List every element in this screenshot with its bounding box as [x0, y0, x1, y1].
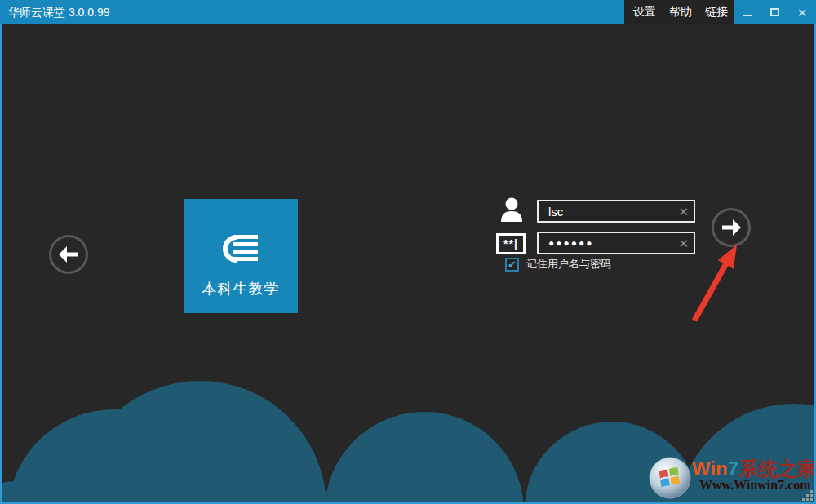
user-icon: [499, 197, 525, 222]
menu-item-settings[interactable]: 设置: [633, 5, 656, 20]
resize-grip[interactable]: [800, 489, 814, 502]
watermark: Win7系统之家 Www.Winwin7.com: [649, 455, 812, 501]
clear-username-icon[interactable]: ✕: [678, 206, 689, 218]
maximize-icon: [770, 8, 779, 16]
close-button[interactable]: ✕: [792, 2, 813, 23]
back-button[interactable]: [49, 235, 88, 274]
minimize-icon: [743, 15, 752, 16]
book-icon: [221, 233, 260, 264]
watermark-win: Win: [692, 458, 728, 480]
username-input[interactable]: [537, 200, 695, 223]
window-controls: ✕: [734, 0, 816, 24]
back-icon: [58, 245, 79, 263]
remember-label: 记住用户名与密码: [526, 257, 611, 272]
app-title: 华师云课堂 3.0.0.99: [8, 0, 110, 24]
remember-checkbox[interactable]: ✔: [505, 258, 519, 272]
watermark-cn: 系统之家: [738, 458, 816, 480]
password-icon: **|: [496, 233, 526, 254]
tile-undergraduate-teaching[interactable]: 本科生教学: [184, 199, 298, 313]
windows-logo: [649, 457, 691, 499]
menu-item-links[interactable]: 链接: [705, 5, 728, 20]
titlebar: 华师云课堂 3.0.0.99 设置 帮助 链接 ✕: [0, 0, 816, 24]
password-field-wrap: ✕: [537, 232, 695, 254]
checkmark-icon: ✔: [508, 259, 517, 270]
minimize-button[interactable]: [738, 2, 759, 23]
close-icon: ✕: [797, 7, 808, 19]
app-window: 华师云课堂 3.0.0.99 设置 帮助 链接 ✕ 本科生教学: [0, 0, 816, 504]
maximize-button[interactable]: [765, 2, 786, 23]
tile-label: 本科生教学: [202, 279, 280, 298]
menu-item-help[interactable]: 帮助: [669, 5, 692, 20]
password-icon-text: **|: [503, 237, 518, 250]
login-forward-button[interactable]: [712, 208, 751, 247]
clear-password-icon[interactable]: ✕: [678, 237, 689, 250]
watermark-seven: 7: [728, 458, 738, 480]
forward-icon: [721, 219, 742, 237]
remember-row: ✔ 记住用户名与密码: [505, 257, 611, 272]
window-border-left: [0, 24, 2, 504]
watermark-url: Www.Winwin7.com: [699, 478, 811, 493]
password-input[interactable]: [537, 232, 695, 254]
username-field-wrap: ✕: [537, 200, 695, 223]
menu-bar: 设置 帮助 链接: [624, 0, 734, 24]
